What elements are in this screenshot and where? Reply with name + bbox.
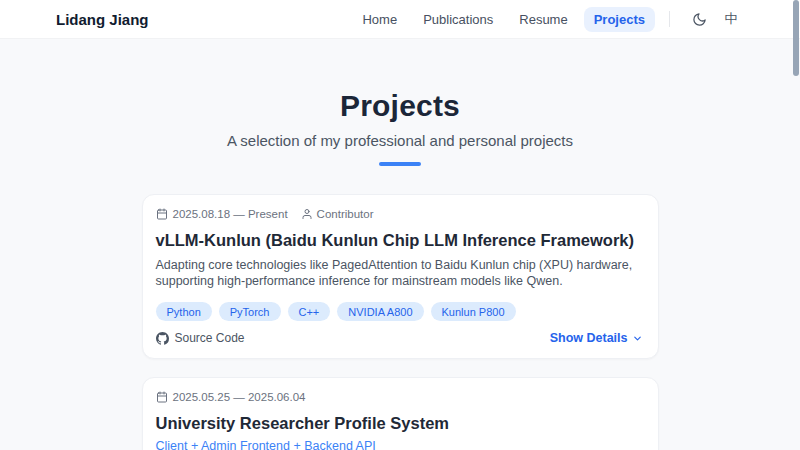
project-description: Adapting core technologies like PagedAtt… — [156, 258, 643, 289]
source-code-label: Source Code — [175, 331, 245, 345]
page-subtitle: A selection of my professional and perso… — [0, 132, 800, 149]
card-meta: 2025.05.25 — 2025.06.04 — [156, 391, 643, 403]
moon-icon — [692, 12, 707, 27]
project-list: 2025.08.18 — Present Contributor vLLM-Ku… — [142, 194, 659, 450]
role-label: Contributor — [317, 208, 374, 220]
nav-item-projects[interactable]: Projects — [584, 7, 655, 32]
tech-tag: PyTorch — [219, 302, 281, 321]
card-footer: Source Code Show Details — [156, 331, 643, 345]
person-icon — [301, 208, 313, 220]
date-range: 2025.08.18 — Present — [173, 208, 288, 220]
role-badge: Contributor — [301, 208, 374, 220]
nav-item-home[interactable]: Home — [352, 7, 407, 32]
github-icon — [156, 332, 169, 345]
page-title: Projects — [0, 89, 800, 123]
chevron-down-icon — [632, 333, 643, 344]
nav-item-resume[interactable]: Resume — [509, 7, 577, 32]
title-underline — [379, 162, 421, 166]
scrollbar-track[interactable] — [792, 0, 800, 450]
tech-tag: NVIDIA A800 — [337, 302, 423, 321]
project-card-vllm-kunlun: 2025.08.18 — Present Contributor vLLM-Ku… — [142, 194, 659, 359]
project-card-researcher-profile: 2025.05.25 — 2025.06.04 University Resea… — [142, 377, 659, 450]
brand-name[interactable]: Lidang Jiang — [56, 11, 149, 28]
page-head: Projects A selection of my professional … — [0, 89, 800, 166]
calendar-icon — [156, 391, 168, 403]
date-range: 2025.05.25 — 2025.06.04 — [173, 391, 306, 403]
language-toggle-button[interactable]: 中 — [718, 6, 744, 32]
project-title: vLLM-Kunlun (Baidu Kunlun Chip LLM Infer… — [156, 231, 643, 250]
main-nav: Home Publications Resume Projects 中 — [352, 6, 744, 32]
theme-toggle-button[interactable] — [686, 6, 712, 32]
site-header: Lidang Jiang Home Publications Resume Pr… — [0, 0, 800, 39]
project-title: University Researcher Profile System — [156, 414, 643, 433]
show-details-button[interactable]: Show Details — [550, 331, 643, 345]
nav-item-publications[interactable]: Publications — [413, 7, 503, 32]
card-meta: 2025.08.18 — Present Contributor — [156, 208, 643, 220]
tech-tag: Python — [156, 302, 212, 321]
show-details-label: Show Details — [550, 331, 628, 345]
tech-tag: Kunlun P800 — [431, 302, 516, 321]
tech-tag: C++ — [288, 302, 331, 321]
calendar-icon — [156, 208, 168, 220]
project-subtitle-link[interactable]: Client + Admin Frontend + Backend API — [156, 439, 643, 450]
source-code-link[interactable]: Source Code — [156, 331, 245, 345]
header-divider — [669, 11, 670, 27]
main-content: Projects A selection of my professional … — [0, 39, 800, 450]
tech-tag-list: PythonPyTorchC++NVIDIA A800Kunlun P800 — [156, 302, 643, 321]
scrollbar-thumb[interactable] — [793, 0, 799, 76]
